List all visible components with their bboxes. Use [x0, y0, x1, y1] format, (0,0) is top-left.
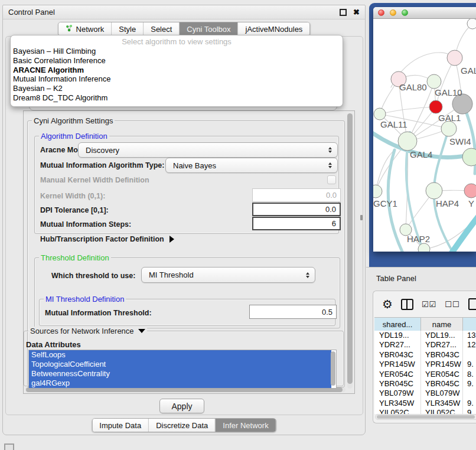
table-panel-titlebar: Table Panel [366, 267, 476, 290]
dpi-tolerance-field[interactable]: 0.0 [252, 203, 341, 216]
tab-style[interactable]: Style [111, 22, 143, 35]
which-threshold-combo[interactable]: MI Threshold [141, 267, 315, 283]
node-gal11[interactable] [374, 108, 386, 120]
table-row[interactable]: YBR045CYBR045C9. [374, 379, 476, 389]
kernel-width-value: 0.0 [326, 191, 337, 200]
table-cell: YPR145W [421, 360, 463, 369]
aracne-mode-combo[interactable]: Discovery [78, 142, 338, 158]
table-cell: 8. [463, 370, 476, 379]
mi-steps-field[interactable]: 6 [252, 217, 341, 230]
node-hap4[interactable] [426, 182, 442, 199]
minimize-button[interactable] [390, 9, 396, 16]
tab-label: jActiveMNodules [246, 25, 303, 34]
network-canvas[interactable]: GALGAL80GAL10GAL1GAL11GAL4SWI4GCY1HAP4YH… [373, 19, 476, 252]
deselect-all-icon[interactable] [445, 300, 459, 309]
algorithm-option-bayesian-k2[interactable]: Bayesian – K2 [11, 84, 343, 93]
attribute-item-selfloops[interactable]: SelfLoops [29, 350, 331, 360]
window-controls: ✖ [340, 9, 360, 16]
network-window-frame[interactable]: GALGAL80GAL10GAL1GAL11GAL4SWI4GCY1HAP4YH… [369, 3, 476, 268]
node-gal4[interactable] [398, 132, 417, 151]
control-panel-titlebar: Control Panel ✖ [3, 5, 365, 19]
network-window-titlebar [373, 7, 476, 19]
table-row[interactable]: YLR345WYLR345W9. [374, 399, 476, 408]
tab-jactivemnodules[interactable]: jActiveMNodules [238, 22, 310, 35]
table-row[interactable]: YPR145WYPR145W9. [374, 360, 476, 369]
tab-impute-data[interactable]: Impute Data [92, 419, 148, 432]
algorithm-option-basic-correlation-inference[interactable]: Basic Correlation Inference [11, 56, 343, 66]
column-header-name[interactable]: name [421, 318, 463, 331]
attribute-item-topologicalcoefficient[interactable]: TopologicalCoefficient [29, 360, 331, 369]
network-window: GALGAL80GAL10GAL1GAL11GAL4SWI4GCY1HAP4YH… [373, 7, 476, 252]
attribute-item-gal4rgexp[interactable]: gal4RGexp [29, 379, 331, 388]
close-button[interactable] [378, 9, 384, 16]
node-gal1[interactable] [441, 121, 457, 136]
sources-title[interactable]: Sources for Network Inference [28, 327, 147, 335]
node-gcy1[interactable] [373, 185, 382, 198]
split-columns-icon[interactable] [401, 299, 413, 310]
mi-steps-value: 6 [332, 219, 336, 228]
table-row[interactable]: YDL19...YDL19...13 [374, 331, 476, 340]
node-y[interactable] [464, 184, 476, 198]
node-unlabeled[interactable] [467, 19, 476, 29]
table-row[interactable]: YIL052CYIL052C9 [374, 408, 476, 414]
minimized-panel-icon[interactable] [4, 444, 14, 450]
node-label-swi4: SWI4 [449, 136, 471, 146]
mi-type-combo[interactable]: Naive Bayes [165, 158, 338, 173]
table-cell: YER054C [374, 370, 421, 379]
table-rows: YDL19...YDL19...13YDR27...YDR27...12YBR0… [374, 331, 476, 414]
tab-label: Network [76, 25, 105, 34]
network-icon [66, 24, 73, 34]
table-row[interactable]: YBL079WYBL079W [374, 389, 476, 398]
close-icon[interactable]: ✖ [353, 9, 360, 16]
tab-network[interactable]: Network [58, 22, 112, 35]
node-swi4[interactable] [462, 148, 476, 166]
zoom-button[interactable] [402, 9, 408, 16]
hub-transcription-expander[interactable]: Hub/Transcription Factor Definition [40, 235, 174, 243]
expand-right-icon [169, 236, 174, 243]
mit-field[interactable]: 0.5 [249, 305, 337, 319]
manual-kernel-checkbox [327, 175, 336, 184]
node-gal[interactable] [447, 50, 462, 66]
gear-icon[interactable] [382, 298, 393, 310]
combo-arrows-icon [328, 147, 332, 153]
algorithm-option-bayesian-hill-climbing[interactable]: Bayesian – Hill Climbing [11, 47, 343, 56]
tab-label: Style [119, 25, 136, 34]
tab-infer-network[interactable]: Infer Network [215, 419, 275, 432]
attribute-item-betweennesscentrality[interactable]: BetweennessCentrality [29, 369, 331, 379]
column-header-col3[interactable] [463, 318, 476, 331]
apply-button[interactable]: Apply [159, 399, 204, 413]
node-gal10[interactable] [427, 74, 441, 89]
panel-splitter-handle[interactable] [360, 215, 363, 220]
algorithm-option-mutual-information-inference[interactable]: Mutual Information Inference [11, 74, 343, 84]
page-icon[interactable] [468, 298, 476, 310]
table-row[interactable]: YBR043CYBR043C [374, 350, 476, 360]
node-label-y: Y [468, 198, 474, 208]
algorithm-option-aracne-algorithm[interactable]: ARACNE Algorithm [11, 66, 343, 75]
node-unlabeled[interactable] [429, 100, 442, 113]
mi-steps-label: Mutual Information Steps: [40, 220, 131, 229]
algorithm-option-dream8-dc-tdc-algorithm[interactable]: Dream8 DC_TDC Algorithm [11, 93, 343, 103]
tab-select[interactable]: Select [143, 22, 179, 35]
tab-cyni-toolbox[interactable]: Cyni Toolbox [179, 22, 237, 35]
node-label-hap2: HAP2 [407, 234, 430, 244]
table-row[interactable]: YDR27...YDR27...12 [374, 340, 476, 350]
select-all-icon[interactable] [422, 300, 436, 309]
table-horizontal-scrollbar[interactable] [375, 414, 476, 420]
column-header-shared[interactable]: shared... [374, 318, 421, 331]
tab-label: Select [151, 25, 172, 34]
tab-label: Impute Data [99, 421, 141, 430]
threshold-definition-title: Threshold Definition [39, 253, 111, 262]
node-label-gcy1: GCY1 [373, 198, 397, 208]
node-label-gal11: GAL11 [380, 119, 407, 129]
tab-discretize-data[interactable]: Discretize Data [148, 419, 215, 432]
hub-transcription-label: Hub/Transcription Factor Definition [40, 235, 164, 243]
table-cell: 13 [463, 331, 476, 340]
settings-vertical-scrollbar[interactable] [347, 113, 353, 389]
data-attributes-list: SelfLoopsTopologicalCoefficientBetweenne… [28, 350, 337, 389]
list-scrollbar[interactable] [331, 351, 335, 386]
screen: Control Panel ✖ NetworkStyleSelectCyni T… [0, 0, 476, 450]
table-row[interactable]: YER054CYER054C8. [374, 370, 476, 379]
table-cell: YPR145W [374, 360, 421, 369]
aracne-mode-value: Discovery [86, 146, 119, 155]
float-panel-icon[interactable] [340, 9, 347, 16]
